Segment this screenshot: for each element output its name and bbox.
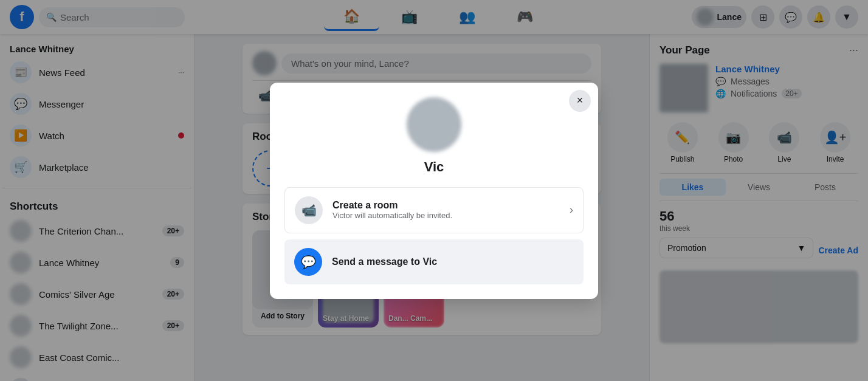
popup-close-button[interactable]: × [569, 90, 591, 112]
chevron-right-icon: › [570, 204, 573, 216]
popup-option-title: Create a room [332, 200, 560, 211]
popup-overlay[interactable]: × Vic 📹 Create a room Victor will automa… [0, 0, 868, 381]
messenger-icon: 💬 [294, 248, 322, 276]
popup: × Vic 📹 Create a room Victor will automa… [270, 83, 598, 299]
popup-msg-title: Send a message to Vic [332, 256, 437, 267]
video-call-icon: 📹 [295, 196, 323, 224]
send-message-option[interactable]: 💬 Send a message to Vic [284, 239, 584, 284]
popup-option-text: Create a room Victor will automatically … [332, 200, 560, 220]
popup-option-sub: Victor will automatically be invited. [332, 211, 560, 220]
create-room-option[interactable]: 📹 Create a room Victor will automaticall… [284, 187, 584, 233]
popup-name: Vic [284, 159, 584, 175]
popup-avatar [407, 97, 461, 152]
